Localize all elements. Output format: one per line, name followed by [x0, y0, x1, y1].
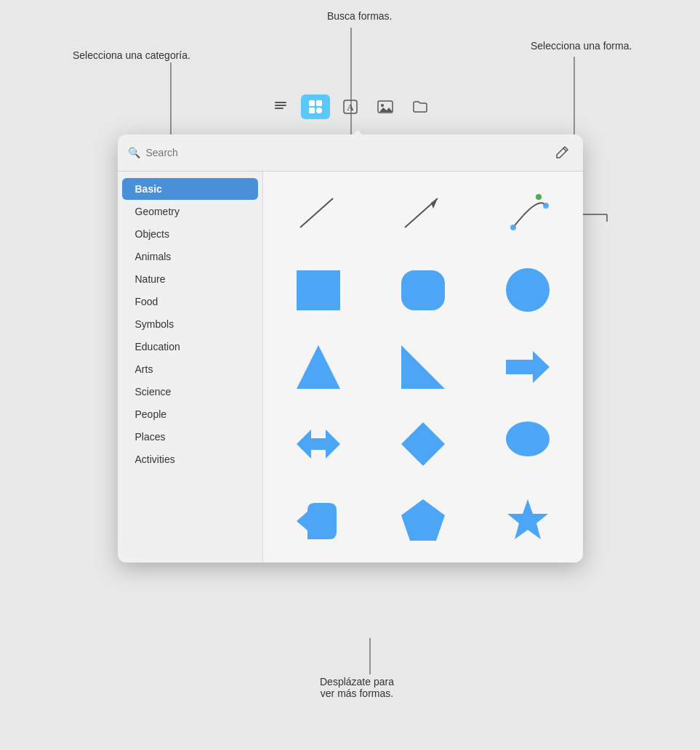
toolbar-shapes-button[interactable]	[301, 94, 330, 119]
shape-circle[interactable]	[481, 257, 574, 323]
svg-rect-11	[316, 100, 322, 106]
sidebar-item-nature[interactable]: Nature	[122, 268, 258, 290]
svg-text:A: A	[347, 102, 354, 113]
shape-rounded-rectangle[interactable]	[377, 257, 470, 323]
toolbar: A	[266, 94, 435, 119]
shapes-panel: 🔍 BasicGeometryObjectsAnimalsNatureFoodS…	[118, 134, 583, 562]
toolbar-folder-button[interactable]	[406, 94, 435, 119]
annotation-select-category: Selecciona una categoría.	[73, 49, 190, 61]
toolbar-text2-button[interactable]: A	[336, 94, 365, 119]
sidebar-item-symbols[interactable]: Symbols	[122, 313, 258, 335]
sidebar-item-geometry[interactable]: Geometry	[122, 201, 258, 222]
sidebar-item-basic[interactable]: Basic	[122, 178, 258, 200]
svg-rect-27	[401, 270, 445, 310]
annotation-select-shape: Selecciona una forma.	[531, 40, 632, 52]
search-icon: 🔍	[128, 147, 140, 158]
sidebar-item-people[interactable]: People	[122, 403, 258, 425]
annotation-search: Busca formas.	[327, 10, 392, 22]
svg-point-28	[506, 268, 550, 312]
shape-star[interactable]	[481, 488, 574, 554]
pen-button[interactable]	[551, 142, 573, 164]
svg-point-17	[381, 104, 384, 107]
shape-triangle-up[interactable]	[272, 334, 365, 400]
svg-rect-10	[309, 100, 315, 106]
shape-speech-bubble[interactable]	[481, 411, 574, 477]
sidebar: BasicGeometryObjectsAnimalsNatureFoodSym…	[118, 172, 263, 562]
search-bar: 🔍	[118, 134, 583, 172]
svg-marker-30	[401, 345, 445, 389]
svg-rect-13	[316, 108, 322, 113]
svg-marker-29	[297, 345, 340, 389]
shape-arrow-left-rounded[interactable]	[272, 488, 365, 554]
sidebar-item-activities[interactable]: Activities	[122, 448, 258, 470]
shape-double-arrow[interactable]	[272, 411, 365, 477]
sidebar-item-arts[interactable]: Arts	[122, 358, 258, 380]
svg-marker-22	[431, 198, 438, 209]
svg-point-34	[506, 422, 550, 456]
svg-rect-9	[275, 108, 283, 109]
svg-rect-12	[309, 108, 315, 113]
panel-body: BasicGeometryObjectsAnimalsNatureFoodSym…	[118, 172, 583, 562]
svg-marker-31	[506, 351, 550, 383]
shape-bezier-curve[interactable]	[481, 180, 574, 246]
shape-rectangle[interactable]	[272, 257, 365, 323]
shape-arrow-right[interactable]	[481, 334, 574, 400]
svg-point-24	[543, 203, 549, 209]
toolbar-media-button[interactable]	[371, 94, 400, 119]
sidebar-item-animals[interactable]: Animals	[122, 246, 258, 267]
svg-rect-8	[275, 105, 286, 106]
svg-line-19	[563, 148, 566, 151]
sidebar-item-food[interactable]: Food	[122, 291, 258, 312]
shape-arrow-diagonal[interactable]	[377, 180, 470, 246]
shape-right-triangle[interactable]	[377, 334, 470, 400]
shape-diamond[interactable]	[377, 411, 470, 477]
svg-rect-26	[297, 270, 340, 310]
svg-marker-18	[379, 108, 393, 112]
sidebar-item-science[interactable]: Science	[122, 381, 258, 403]
annotation-scroll: Desplázate para ver más formas.	[320, 676, 394, 699]
svg-point-25	[510, 225, 516, 230]
svg-point-23	[536, 194, 542, 200]
sidebar-item-objects[interactable]: Objects	[122, 223, 258, 245]
svg-marker-32	[297, 430, 340, 459]
shape-diagonal-line[interactable]	[272, 180, 365, 246]
svg-marker-33	[401, 422, 445, 466]
toolbar-text-button[interactable]	[266, 94, 295, 119]
svg-rect-7	[275, 102, 286, 103]
svg-marker-36	[401, 499, 445, 541]
panel-arrow	[350, 130, 365, 137]
search-input[interactable]	[146, 147, 545, 158]
shape-pentagon[interactable]	[377, 488, 470, 554]
sidebar-item-education[interactable]: Education	[122, 336, 258, 358]
shapes-area	[263, 172, 583, 562]
sidebar-item-places[interactable]: Places	[122, 426, 258, 448]
svg-marker-37	[507, 499, 548, 539]
svg-line-20	[300, 198, 333, 227]
shapes-grid	[272, 180, 574, 554]
